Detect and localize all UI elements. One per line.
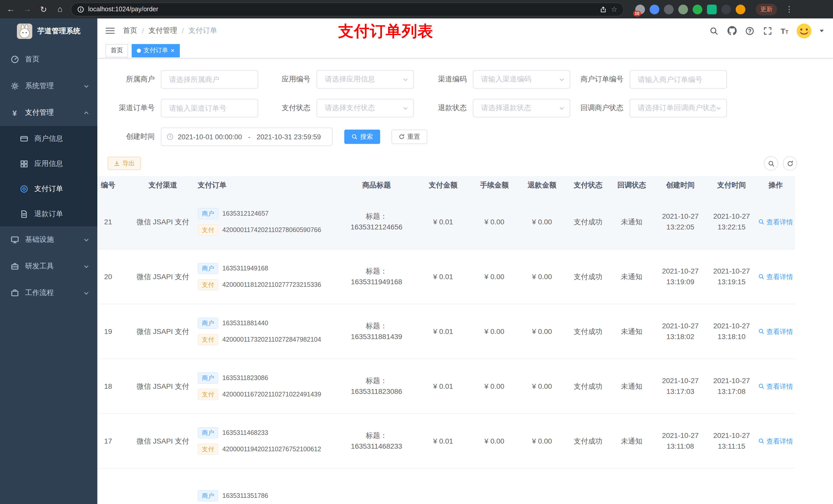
extension-icon[interactable] <box>693 4 703 14</box>
help-icon[interactable] <box>745 26 755 36</box>
github-icon[interactable] <box>727 26 737 36</box>
back-button[interactable]: ← <box>5 4 16 15</box>
reload-button[interactable]: ↻ <box>38 4 49 15</box>
font-size-icon[interactable]: TT <box>781 26 788 35</box>
sidebar-item-infrastructure[interactable]: 基础设施 <box>0 226 97 253</box>
extension-icon[interactable] <box>721 4 731 14</box>
extension-icon[interactable] <box>736 4 745 14</box>
tab-close-icon[interactable]: × <box>171 47 174 54</box>
cell-pay-order: 商户1635311351786 <box>195 469 338 504</box>
view-detail-link[interactable]: 查看详情 <box>758 381 793 391</box>
page-title-annotation: 支付订单列表 <box>338 21 433 42</box>
sidebar-item-merchant-info[interactable]: 商户信息 <box>0 126 97 151</box>
refund-status-select[interactable]: 请选择退款状态 <box>473 99 570 117</box>
cell-order-id: 21 <box>97 195 131 249</box>
table-search-toggle-button[interactable] <box>764 156 778 171</box>
pay-status-select[interactable]: 请选择支付状态 <box>317 99 414 117</box>
magnifier-icon <box>758 383 764 389</box>
col-header-fee: 手续金额 <box>471 176 518 195</box>
search-icon[interactable] <box>709 26 719 36</box>
chevron-down-icon <box>403 105 408 111</box>
channel-code-select[interactable]: 请输入渠道编码 <box>473 70 570 89</box>
avatar-dropdown-icon[interactable] <box>820 29 824 32</box>
briefcase-icon <box>10 289 19 297</box>
merchant-order-no-input[interactable] <box>629 70 727 89</box>
address-bar[interactable]: localhost:1024/pay/order ☆ <box>71 2 624 16</box>
create-time-range-picker[interactable]: 2021-10-01 00:00:00 - 2021-10-31 23:59:5… <box>161 127 332 146</box>
cell-pay-amount: ¥ 0.01 <box>415 359 471 413</box>
extension-icon[interactable] <box>707 4 717 14</box>
cell-pay-status: 支付成功 <box>567 195 610 249</box>
cell-create-time: 2021-10-2713:11:08 <box>654 414 707 468</box>
pay-tag: 支付 <box>198 224 218 236</box>
cell-create-time: 2021-10-2713:17:03 <box>654 359 707 413</box>
pay-tag: 支付 <box>198 279 218 290</box>
tab-home[interactable]: 首页 <box>105 44 128 57</box>
extension-icon[interactable] <box>649 4 659 14</box>
export-button[interactable]: 导出 <box>108 157 141 170</box>
cell-fee-amount: ¥ 0.00 <box>471 414 518 468</box>
sidebar-item-payment[interactable]: ¥ 支付管理 <box>0 99 97 126</box>
cell-product-title: 标题：1635311823086 <box>338 359 415 413</box>
table-refresh-button[interactable] <box>783 156 797 171</box>
breadcrumb-pay-order: 支付订单 <box>189 26 217 35</box>
reset-button[interactable]: 重置 <box>391 129 427 144</box>
sidebar-item-app-info[interactable]: 应用信息 <box>0 151 97 176</box>
share-icon[interactable] <box>600 6 607 13</box>
search-button[interactable]: 搜索 <box>344 129 380 144</box>
view-detail-link[interactable]: 查看详情 <box>758 436 793 447</box>
cell-fee-amount: ¥ 0.00 <box>471 359 518 413</box>
cell-pay-status: 支付成功 <box>567 359 610 413</box>
bookmark-star-icon[interactable]: ☆ <box>611 5 617 13</box>
sidebar-item-home[interactable]: 首页 <box>0 46 97 73</box>
cell-fee-amount <box>471 469 518 504</box>
notify-status-select[interactable]: 请选择订单回调商户状态 <box>629 99 727 117</box>
view-detail-link[interactable]: 查看详情 <box>758 271 793 282</box>
browser-chrome: ← → ↻ ⌂ localhost:1024/pay/order ☆ 10 更新… <box>0 0 833 19</box>
user-avatar[interactable] <box>796 23 812 39</box>
cell-create-time: 2021-10-2713:22:05 <box>654 195 707 249</box>
browser-update-button[interactable]: 更新 <box>756 3 777 15</box>
sidebar-item-workflow[interactable]: 工作流程 <box>0 280 97 306</box>
channel-order-no-input[interactable] <box>161 99 258 117</box>
sidebar-item-dev-tools[interactable]: 研发工具 <box>0 253 97 280</box>
filter-label: 创建时间 <box>108 132 155 141</box>
screen: ← → ↻ ⌂ localhost:1024/pay/order ☆ 10 更新… <box>0 0 833 504</box>
view-detail-link[interactable]: 查看详情 <box>758 216 793 227</box>
view-detail-link[interactable]: 查看详情 <box>758 326 793 337</box>
filter-label: 商户订单编号 <box>570 75 623 84</box>
breadcrumb-pay-manage[interactable]: 支付管理 <box>148 26 177 35</box>
hamburger-icon[interactable] <box>105 27 115 35</box>
extension-icon[interactable] <box>678 4 688 14</box>
magnifier-icon <box>758 438 764 444</box>
browser-menu-icon[interactable]: ⋮ <box>785 5 793 14</box>
tab-pay-order[interactable]: 支付订单 × <box>132 44 180 57</box>
pay-tag: 支付 <box>198 389 218 400</box>
cell-pay-time: 2021-10-2713:19:15 <box>707 249 756 304</box>
cell-pay-status: 支付成功 <box>567 249 610 304</box>
cell-actions <box>756 469 795 504</box>
site-info-icon[interactable] <box>77 6 84 13</box>
merchant-tag: 商户 <box>198 208 218 219</box>
download-icon <box>114 160 120 166</box>
sidebar-item-system[interactable]: 系统管理 <box>0 73 97 99</box>
sidebar-item-refund-order[interactable]: 退款订单 <box>0 201 97 226</box>
cell-pay-amount: ¥ 0.01 <box>415 414 471 468</box>
sidebar-item-pay-order[interactable]: 支付订单 <box>0 176 97 201</box>
merchant-input[interactable] <box>161 70 258 89</box>
forward-button[interactable]: → <box>22 4 33 15</box>
cell-notify-status: 未通知 <box>610 414 654 468</box>
app-logo-row[interactable]: 芋道管理系统 <box>0 19 97 44</box>
extension-icon[interactable]: 10 <box>635 4 645 14</box>
cell-refund-amount: ¥ 0.00 <box>518 195 567 249</box>
breadcrumb-home[interactable]: 首页 <box>123 26 137 35</box>
app-select[interactable]: 请选择应用信息 <box>317 70 414 89</box>
url-text: localhost:1024/pay/order <box>88 6 596 13</box>
chevron-down-icon <box>84 83 89 89</box>
extension-icon[interactable] <box>664 4 674 14</box>
page-content: 所属商户 应用编号 请选择应用信息 渠道编码 请输入渠道编码 <box>97 58 833 504</box>
date-start: 2021-10-01 00:00:00 <box>178 133 242 141</box>
home-button[interactable]: ⌂ <box>54 4 66 15</box>
fullscreen-icon[interactable] <box>763 26 773 36</box>
monitor-icon <box>10 235 19 244</box>
